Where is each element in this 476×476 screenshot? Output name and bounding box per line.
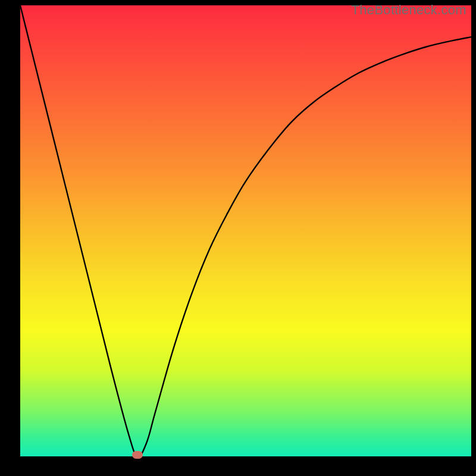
chart-frame: TheBottleneck.com (0, 0, 476, 476)
optimum-marker (132, 451, 143, 459)
curve-path (20, 5, 471, 456)
watermark-text: TheBottleneck.com (352, 2, 466, 18)
plot-area (20, 5, 471, 456)
bottleneck-curve (20, 5, 471, 456)
